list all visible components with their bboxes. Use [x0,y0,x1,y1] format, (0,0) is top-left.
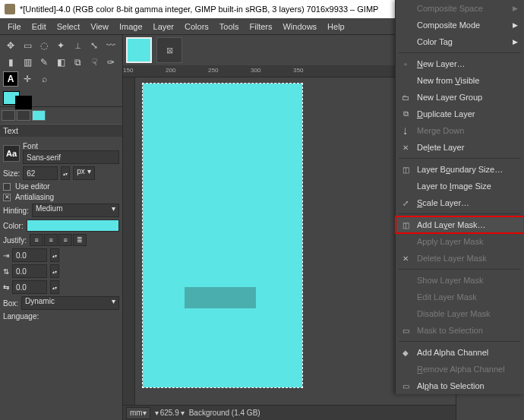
justify-left[interactable]: ≡ [30,234,43,246]
menu-sep [399,269,521,270]
text-options-title: Text [0,124,122,137]
tool-crop[interactable]: ⟂ [70,38,85,53]
tool-smudge[interactable]: ☟ [87,55,102,70]
justify-label: Justify: [3,236,27,245]
duplicate-icon: ⧉ [400,109,411,119]
use-editor-checkbox[interactable] [3,183,11,191]
menu-duplicate-layer[interactable]: ⧉Duplicate Layer [396,106,524,122]
background-color[interactable] [15,96,32,109]
menu-color-tag[interactable]: Color Tag▶ [396,33,524,50]
tab-brushes[interactable] [17,110,30,121]
menu-view[interactable]: View [86,21,113,33]
language-label: Language: [3,312,39,321]
menu-new-layer-group[interactable]: 🗀New Layer Group [396,89,524,106]
menu-layer-boundary[interactable]: ◫Layer Boundary Size… [396,161,524,178]
size-input[interactable] [23,166,58,180]
menu-colors[interactable]: Colors [180,21,213,33]
document-tab-thumbnail[interactable] [126,37,152,63]
menu-layer-to-image[interactable]: Layer to Image Size [396,178,524,194]
new-layer-icon: ▫ [400,58,411,69]
zoom-control[interactable]: ▾ 625.9 ▾ [155,409,185,417]
menu-delete-layer-mask[interactable]: ✕Delete Layer Mask [396,250,524,267]
menu-layer[interactable]: Layer [149,21,179,33]
justify-center[interactable]: ≡ [58,234,72,246]
tool-eraser[interactable]: ◧ [53,55,68,70]
menu-apply-layer-mask[interactable]: Apply Layer Mask [396,233,524,250]
merge-down-icon: ⭣ [400,125,411,136]
menu-filters[interactable]: Filters [245,21,277,33]
toolbox: ✥ ▭ ◌ ✦ ⟂ ⤡ 〰 ▮ ▥ ✎ ◧ ⧉ ☟ ✑ A ✛ ⌕ [0,35,122,90]
alpha-icon: ◆ [400,347,411,358]
tool-clone[interactable]: ⧉ [70,55,85,70]
indent-input-2[interactable] [12,280,47,294]
menu-scale-layer[interactable]: ⤢Scale Layer… [396,194,524,211]
selection-icon: ▭ [400,381,411,391]
text-color-swatch[interactable] [27,219,119,232]
tool-rect-select[interactable]: ▭ [20,38,35,53]
unit-select[interactable]: mm ▾ [126,407,150,419]
menu-windows[interactable]: Windows [278,21,321,33]
tool-paintbrush[interactable]: ✎ [36,55,52,70]
size-unit[interactable]: px ▾ [73,166,94,180]
tool-free-select[interactable]: ◌ [36,38,52,53]
menu-select[interactable]: Select [52,21,85,33]
menu-remove-alpha[interactable]: Remove Alpha Channel [396,361,524,377]
menu-add-alpha[interactable]: ◆Add Alpha Channel [396,344,524,361]
antialias-checkbox[interactable]: ✕ [3,194,11,201]
status-bar: mm ▾ ▾ 625.9 ▾ Background (1.4 GB) [123,405,456,420]
indent-spin-2[interactable]: ▴▾ [50,280,59,294]
text-tool-options: Aa Font Size: ▴▾ px ▾ Use editor ✕ Antia… [0,137,122,326]
menu-add-layer-mask[interactable]: ◫Add Layer Mask… [396,216,524,233]
menu-image[interactable]: Image [115,21,147,33]
menu-help[interactable]: Help [323,21,349,33]
menu-composite-mode[interactable]: Composite Mode▶ [396,17,524,33]
antialias-label: Antialiasing [15,193,54,201]
tool-path[interactable]: ✑ [103,55,118,70]
indent-icon: ⇥ [3,251,9,260]
folder-icon: 🗀 [400,92,411,103]
indent-input-0[interactable] [12,248,47,262]
tool-transform[interactable]: ⤡ [87,38,102,53]
color-swatches [0,90,122,106]
tool-zoom[interactable]: ⌕ [36,71,52,87]
menu-merge-down[interactable]: ⭣Merge Down [396,122,524,139]
menu-tools[interactable]: Tools [215,21,244,33]
tool-move[interactable]: ✥ [3,38,18,53]
tool-warp[interactable]: 〰 [103,38,118,53]
tool-fuzzy-select[interactable]: ✦ [53,38,68,53]
canvas[interactable] [143,84,302,387]
menu-new-layer[interactable]: ▫New Layer… [396,55,524,72]
tool-text[interactable]: A [3,71,18,87]
window-title: *[Untitled]-4.0 (RGB color 8-bit gamma i… [20,5,378,14]
ruler-vertical [123,77,135,405]
font-input[interactable] [23,150,119,164]
justify-right[interactable]: ≡ [44,234,58,246]
font-aa-icon[interactable]: Aa [3,145,20,162]
menu-delete-layer[interactable]: ✕Delete Layer [396,139,524,156]
hinting-select[interactable]: Medium ▾ [32,204,119,217]
menu-edit[interactable]: Edit [27,21,51,33]
menu-disable-layer-mask[interactable]: Disable Layer Mask [396,305,524,322]
menu-alpha-to-selection[interactable]: ▭Alpha to Selection [396,377,524,394]
menu-mask-to-selection[interactable]: ▭Mask to Selection [396,322,524,339]
menu-edit-layer-mask[interactable]: Edit Layer Mask [396,289,524,305]
box-select[interactable]: Dynamic ▾ [21,296,119,310]
left-panel: ✥ ▭ ◌ ✦ ⟂ ⤡ 〰 ▮ ▥ ✎ ◧ ⧉ ☟ ✑ A ✛ ⌕ Text [0,35,123,420]
indent-spin-1[interactable]: ▴▾ [50,264,59,278]
menu-new-from-visible[interactable]: New from Visible [396,72,524,89]
tool-color-picker[interactable]: ✛ [20,71,35,87]
tool-bucket[interactable]: ▮ [3,55,18,70]
tab-tool-options[interactable] [2,110,15,121]
size-label: Size: [3,169,20,178]
menu-file[interactable]: File [3,21,26,33]
menu-composite-space[interactable]: Composite Space▶ [396,0,524,17]
indent-input-1[interactable] [12,264,47,278]
justify-fill[interactable]: ≣ [73,234,87,246]
indent-spin-0[interactable]: ▴▾ [50,248,59,262]
size-spin[interactable]: ▴▾ [61,166,70,180]
menu-show-layer-mask[interactable]: Show Layer Mask [396,272,524,289]
document-tab-close[interactable]: ⊠ [156,37,182,63]
tool-gradient[interactable]: ▥ [20,55,35,70]
tab-colors[interactable] [32,110,46,121]
menu-sep [399,52,521,53]
